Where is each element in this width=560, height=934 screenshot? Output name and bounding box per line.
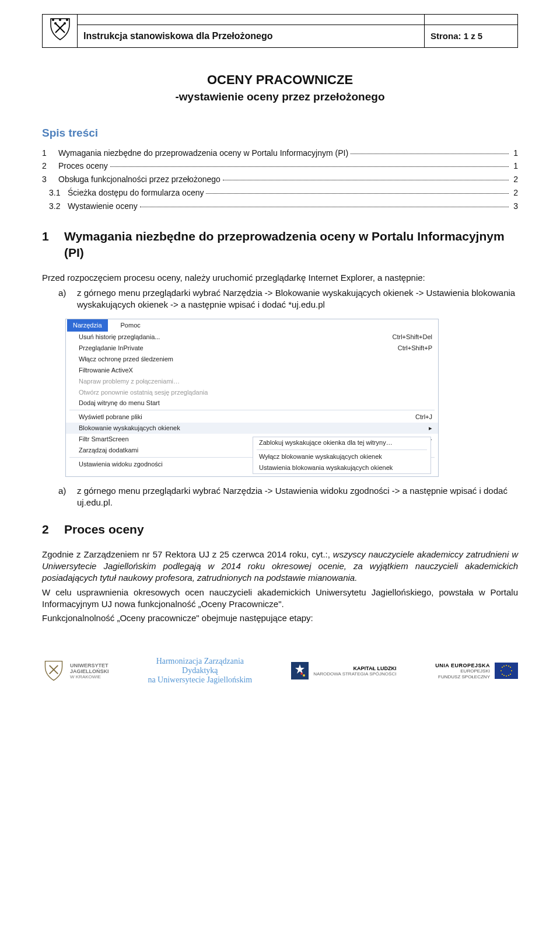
footer-eu-logo: UNIA EUROPEJSKA EUROPEJSKI FUNDUSZ SPOŁE… xyxy=(435,663,518,679)
menu-item[interactable]: Włącz ochronę przed śledzeniem xyxy=(66,354,438,365)
svg-point-17 xyxy=(501,670,502,671)
menu-item-disabled: Napraw problemy z połączeniami… xyxy=(66,376,438,387)
menu-bar: Narzędzia Pomoc xyxy=(66,319,438,332)
toc-dots xyxy=(110,166,509,167)
svg-point-4 xyxy=(64,22,66,25)
menu-item-selected[interactable]: Blokowanie wyskakujących okienek▸ xyxy=(66,423,438,434)
toc-item[interactable]: 1 Wymagania niezbędne do przeprowadzenia… xyxy=(42,148,518,159)
section-1-intro: Przed rozpoczęciem procesu oceny, należy… xyxy=(42,272,518,284)
submenu-item[interactable]: Wyłącz blokowanie wyskakujących okienek xyxy=(253,451,430,462)
uj-crest-icon xyxy=(42,659,65,682)
submenu-pane: Zablokuj wyskakujące okienka dla tej wit… xyxy=(253,437,431,474)
menu-item[interactable]: Przeglądanie InPrivateCtrl+Shift+P xyxy=(66,343,438,354)
submenu-item[interactable]: Zablokuj wyskakujące okienka dla tej wit… xyxy=(253,437,430,448)
page-subtitle: -wystawienie oceny przez przełożonego xyxy=(42,89,518,104)
menu-item-disabled: Otwórz ponownie ostatnią sesję przegląda… xyxy=(66,387,438,398)
header-table: Instrukcja stanowiskowa dla Przełożonego… xyxy=(42,14,518,48)
menu-item[interactable]: Dodaj witrynę do menu Start xyxy=(66,398,438,409)
toc-item[interactable]: 3 Obsługa funkcjonalności przez przełożo… xyxy=(42,174,518,185)
star-person-icon xyxy=(291,662,309,679)
uj-crest-icon xyxy=(47,16,73,42)
svg-point-16 xyxy=(506,675,507,677)
svg-point-26 xyxy=(508,675,509,676)
browser-menu-figure: Narzędzia Pomoc Usuń historię przeglądan… xyxy=(65,319,439,477)
menu-separator xyxy=(257,449,427,450)
svg-point-5 xyxy=(52,19,54,21)
header-logo-cell xyxy=(43,15,78,48)
svg-point-6 xyxy=(59,19,61,21)
section-1-list: a) z górnego menu przeglądarki wybrać Na… xyxy=(58,287,518,311)
svg-point-24 xyxy=(508,665,509,667)
submenu-item[interactable]: Ustawienia blokowania wyskakujących okie… xyxy=(253,462,430,473)
svg-point-25 xyxy=(503,675,505,676)
menu-item[interactable]: Usuń historię przeglądania...Ctrl+Shift+… xyxy=(66,332,438,343)
svg-point-7 xyxy=(66,19,68,21)
toc-dots xyxy=(351,154,509,154)
list-item: a) z górnego menu przeglądarki wybrać Na… xyxy=(58,485,518,509)
svg-point-12 xyxy=(300,672,303,675)
footer-harmonizacja: Harmonizacja Zarządzania Dydaktyką na Un… xyxy=(148,657,252,685)
svg-point-18 xyxy=(511,670,512,671)
svg-point-20 xyxy=(510,667,511,668)
section-2-heading: 2 Proces oceny xyxy=(42,521,518,538)
eu-flag-icon xyxy=(495,663,518,679)
toc-heading: Spis treści xyxy=(42,126,518,141)
toc-item[interactable]: 2 Proces oceny 1 xyxy=(42,161,518,172)
section-1-list-b: a) z górnego menu przeglądarki wybrać Na… xyxy=(58,485,518,509)
footer-kapital-ludzki: KAPITAŁ LUDZKI NARODOWA STRATEGIA SPÓJNO… xyxy=(291,662,396,679)
menu-item[interactable]: Wyświetl pobrane plikiCtrl+J xyxy=(66,412,438,423)
list-item: a) z górnego menu przeglądarki wybrać Na… xyxy=(58,287,518,311)
toc-dots xyxy=(223,180,509,180)
svg-point-22 xyxy=(510,674,511,675)
menu-tab-tools[interactable]: Narzędzia xyxy=(67,319,108,332)
footer-logos: UNIWERSYTET JAGIELLOŃSKI W KRAKOWIE Harm… xyxy=(42,657,518,685)
toc-dots xyxy=(140,207,509,207)
svg-point-21 xyxy=(502,674,503,675)
svg-point-13 xyxy=(303,674,305,677)
toc-item[interactable]: 3.2 Wystawienie oceny 3 xyxy=(42,201,518,212)
page-title: OCENY PRACOWNICZE xyxy=(42,71,518,89)
svg-point-19 xyxy=(502,667,503,668)
section-1-heading: 1 Wymagania niezbędne do przeprowadzenia… xyxy=(42,228,518,262)
footer-uj-logo: UNIWERSYTET JAGIELLOŃSKI W KRAKOWIE xyxy=(42,659,109,682)
menu-separator xyxy=(69,410,435,410)
menu-item[interactable]: Filtrowanie ActiveX xyxy=(66,365,438,376)
svg-point-3 xyxy=(54,22,57,25)
section-2-p3: Funkcjonalnolność „Oceny pracownicze" ob… xyxy=(42,612,518,624)
toc-dots xyxy=(206,193,509,194)
menu-tab-help[interactable]: Pomoc xyxy=(115,319,146,332)
toc-list: 1 Wymagania niezbędne do przeprowadzenia… xyxy=(42,148,518,212)
header-page-label: Strona: 1 z 5 xyxy=(425,25,518,48)
section-2-p1: Zgodnie z Zarządzeniem nr 57 Rektora UJ … xyxy=(42,549,518,584)
section-2-p2: W celu usprawnienia okresowych ocen nauc… xyxy=(42,587,518,611)
toc-item[interactable]: 3.1 Ścieżka dostępu do formularza oceny … xyxy=(42,187,518,198)
svg-point-23 xyxy=(503,665,505,667)
header-doc-title: Instrukcja stanowiskowa dla Przełożonego xyxy=(78,25,425,48)
svg-point-15 xyxy=(506,665,507,666)
